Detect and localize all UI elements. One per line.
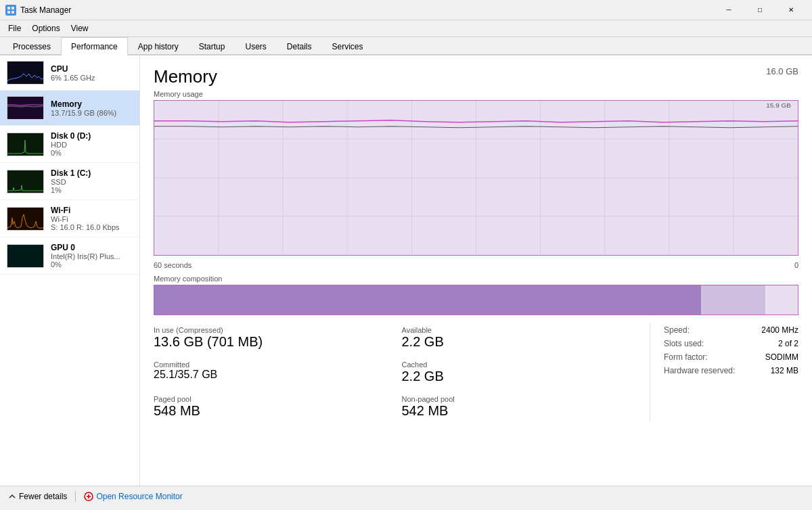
menu-view[interactable]: View <box>66 22 94 35</box>
svg-text:15.9 GB: 15.9 GB <box>766 101 791 109</box>
separator <box>75 491 76 502</box>
tab-app-history[interactable]: App history <box>128 37 189 55</box>
disk0-title: Disk 0 (D:) <box>51 131 133 141</box>
svg-rect-0 <box>7 7 10 9</box>
stat-nonpaged-pool: Non-paged pool 542 MB <box>402 392 637 421</box>
right-stat-slots: Slots used: 2 of 2 <box>664 337 798 350</box>
chevron-up-icon <box>8 492 16 501</box>
disk0-thumbnail <box>7 133 44 156</box>
gpu0-name: Intel(R) Iris(R) Plus... <box>51 252 133 260</box>
minimize-button[interactable]: ─ <box>713 0 744 20</box>
title-bar: Task Manager ─ □ ✕ <box>0 0 812 20</box>
gpu0-info: GPU 0 Intel(R) Iris(R) Plus... 0% <box>51 243 133 269</box>
cached-label: Cached <box>402 361 637 369</box>
cpu-thumbnail <box>7 61 44 85</box>
sidebar-item-cpu[interactable]: CPU 6% 1.65 GHz <box>0 55 139 91</box>
panel-title: Memory <box>154 66 217 87</box>
wifi-thumbnail <box>7 207 44 231</box>
disk1-usage: 1% <box>51 186 133 194</box>
tab-users[interactable]: Users <box>235 37 276 55</box>
open-resource-monitor-button[interactable]: Open Resource Monitor <box>84 492 182 501</box>
right-stat-speed: Speed: 2400 MHz <box>664 323 798 337</box>
gpu0-thumbnail <box>7 244 44 268</box>
form-value: SODIMM <box>765 352 798 362</box>
graph-label: Memory usage <box>154 90 798 98</box>
paged-pool-value: 548 MB <box>154 403 388 419</box>
menu-options[interactable]: Options <box>26 22 65 35</box>
cpu-info: CPU 6% 1.65 GHz <box>51 64 133 82</box>
fewer-details-button[interactable]: Fewer details <box>8 492 67 501</box>
hw-reserved-value: 132 MB <box>771 366 798 375</box>
wifi-type: Wi-Fi <box>51 215 133 223</box>
comp-standby <box>701 285 765 315</box>
form-label: Form factor: <box>664 352 708 362</box>
sidebar-item-disk0[interactable]: Disk 0 (D:) HDD 0% <box>0 126 139 163</box>
graph-time-labels: 60 seconds 0 <box>154 261 798 269</box>
resource-monitor-icon <box>84 492 93 501</box>
tab-performance[interactable]: Performance <box>61 37 128 55</box>
cached-value: 2.2 GB <box>402 369 637 384</box>
menu-file[interactable]: File <box>3 22 26 35</box>
disk1-title: Disk 1 (C:) <box>51 168 133 178</box>
memory-graph: 15.9 GB <box>154 100 798 256</box>
left-stats: In use (Compressed) 13.6 GB (701 MB) Ava… <box>154 323 636 421</box>
stat-paged-pool: Paged pool 548 MB <box>154 392 388 421</box>
right-panel: Memory 16.0 GB Memory usage <box>140 55 812 486</box>
stat-committed: Committed 25.1/35.7 GB <box>154 358 388 387</box>
disk0-info: Disk 0 (D:) HDD 0% <box>51 131 133 157</box>
sidebar-item-gpu0[interactable]: GPU 0 Intel(R) Iris(R) Plus... 0% <box>0 237 139 275</box>
title-bar-left: Task Manager <box>5 5 71 16</box>
right-stats: Speed: 2400 MHz Slots used: 2 of 2 Form … <box>650 323 798 421</box>
speed-value: 2400 MHz <box>761 325 798 335</box>
tab-details[interactable]: Details <box>277 37 322 55</box>
svg-rect-7 <box>7 208 44 231</box>
speed-label: Speed: <box>664 325 690 335</box>
tab-processes[interactable]: Processes <box>3 37 61 55</box>
svg-rect-4 <box>7 97 44 120</box>
bottom-bar: Fewer details Open Resource Monitor <box>0 486 812 506</box>
svg-rect-5 <box>7 133 44 156</box>
svg-rect-8 <box>7 245 44 268</box>
available-value: 2.2 GB <box>402 334 637 350</box>
disk1-type: SSD <box>51 178 133 186</box>
app-title: Task Manager <box>20 5 71 15</box>
memory-info: Memory 13.7/15.9 GB (86%) <box>51 99 133 117</box>
in-use-label: In use (Compressed) <box>154 326 388 334</box>
app-icon <box>5 5 16 16</box>
disk0-usage: 0% <box>51 149 133 157</box>
memory-composition-bar <box>154 285 798 315</box>
memory-usage: 13.7/15.9 GB (86%) <box>51 109 133 117</box>
maximize-button[interactable]: □ <box>744 0 775 20</box>
tab-services[interactable]: Services <box>322 37 374 55</box>
svg-rect-3 <box>12 11 14 14</box>
disk0-type: HDD <box>51 141 133 149</box>
wifi-speed: S: 16.0 R: 16.0 Kbps <box>51 223 133 231</box>
svg-rect-2 <box>7 11 10 14</box>
wifi-info: Wi-Fi Wi-Fi S: 16.0 R: 16.0 Kbps <box>51 206 133 231</box>
stat-available: Available 2.2 GB <box>402 323 637 352</box>
tab-bar: Processes Performance App history Startu… <box>0 37 812 55</box>
hw-reserved-label: Hardware reserved: <box>664 366 735 375</box>
sidebar-item-memory[interactable]: Memory 13.7/15.9 GB (86%) <box>0 91 139 126</box>
nonpaged-pool-label: Non-paged pool <box>402 395 637 403</box>
open-rm-label: Open Resource Monitor <box>96 492 182 501</box>
stats-grid: In use (Compressed) 13.6 GB (701 MB) Ava… <box>154 323 636 421</box>
svg-rect-1 <box>12 7 14 9</box>
window-controls: ─ □ ✕ <box>713 0 807 20</box>
wifi-title: Wi-Fi <box>51 206 133 215</box>
cpu-usage: 6% 1.65 GHz <box>51 74 133 82</box>
committed-value: 25.1/35.7 GB <box>154 369 388 381</box>
sidebar-item-disk1[interactable]: Disk 1 (C:) SSD 1% <box>0 163 139 200</box>
memory-title: Memory <box>51 99 133 109</box>
tab-startup[interactable]: Startup <box>189 37 235 55</box>
composition-label: Memory composition <box>154 275 798 283</box>
main-content: CPU 6% 1.65 GHz Memory 13.7/15.9 GB (86%… <box>0 55 812 486</box>
time-start-label: 60 seconds <box>154 261 191 269</box>
fewer-details-label: Fewer details <box>19 492 67 501</box>
slots-label: Slots used: <box>664 339 704 348</box>
memory-thumbnail <box>7 96 44 120</box>
sidebar-item-wifi[interactable]: Wi-Fi Wi-Fi S: 16.0 R: 16.0 Kbps <box>0 200 139 237</box>
comp-free <box>765 285 798 315</box>
right-stat-form: Form factor: SODIMM <box>664 350 798 364</box>
close-button[interactable]: ✕ <box>775 0 807 20</box>
